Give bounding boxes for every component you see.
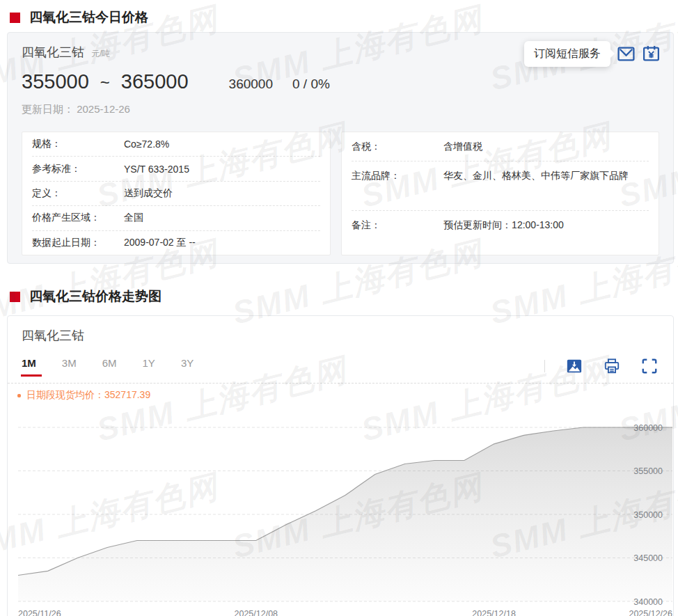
spec-value: Co≥72.8% [124, 139, 169, 150]
spec-label: 含税： [352, 141, 443, 153]
product-unit: 元/吨 [91, 48, 110, 60]
spec-label: 数据起止日期： [32, 237, 124, 249]
spec-value: YS/T 633-2015 [124, 164, 189, 175]
spec-tables: 规格：Co≥72.8%参考标准：YS/T 633-2015定义：送到成交价价格产… [22, 132, 659, 255]
red-square-bullet-icon [10, 13, 20, 23]
spec-row: 含税：含增值税 [352, 132, 649, 161]
y-axis-label: 345000 [633, 553, 663, 563]
x-axis-label: 2025/11/26 [18, 609, 61, 616]
tab-label: 1M [22, 357, 36, 369]
chart-toolbar [544, 356, 659, 376]
orange-dot-icon [17, 394, 21, 397]
tab-label: 3M [62, 357, 77, 369]
price-average: 360000 [229, 77, 273, 92]
price-trend-chart[interactable]: 3600003550003500003450003400002025/11/26… [8, 404, 675, 616]
spec-row: 备注：预估更新时间：12:00-13:00 [352, 211, 649, 255]
active-tab-underline [21, 374, 42, 377]
spec-row: 定义：送到成交价 [32, 182, 320, 206]
price-section-title: 四氧化三钴今日价格 [29, 8, 148, 26]
update-date-value: 2025-12-26 [77, 103, 130, 115]
update-date-row: 更新日期： 2025-12-26 [22, 103, 659, 116]
subscribe-sms-label: 订阅短信服务 [534, 47, 601, 59]
envelope-icon [617, 45, 636, 63]
range-tabs: 1M3M6M1Y3Y [22, 357, 219, 375]
tab-3M[interactable]: 3M [62, 357, 77, 375]
spec-label: 价格产生区域： [32, 212, 124, 224]
range-tabs-row: 1M3M6M1Y3Y [22, 355, 659, 377]
chart-title: 四氧化三钴 [22, 327, 659, 344]
tab-1M[interactable]: 1M [22, 357, 36, 375]
red-square-bullet-icon [10, 292, 20, 302]
page: SMM 上海有色网SMM 上海有色网SMM 上海有色网SMM 上海有色网SMM … [0, 0, 678, 616]
spec-label: 规格： [32, 138, 124, 150]
email-subscribe-button[interactable] [616, 45, 636, 64]
y-axis-label: 350000 [633, 510, 663, 520]
printer-icon [604, 358, 620, 374]
save-image-button[interactable] [565, 356, 584, 376]
spec-label: 主流品牌： [352, 170, 443, 182]
toolbar-divider [544, 360, 545, 372]
x-axis-label: 2025/12/26 [629, 609, 672, 616]
product-name: 四氧化三钴 [22, 44, 84, 61]
subscribe-area: 订阅短信服务 [524, 41, 661, 67]
average-price-row: 日期段现货均价：352717.39 [8, 383, 673, 402]
chart-section-title: 四氧化三钴价格走势图 [29, 287, 161, 306]
spec-table-right: 含税：含增值税主流品牌：华友、金川、格林美、中伟等厂家旗下品牌备注：预估更新时间… [341, 132, 659, 255]
spec-value: 全国 [124, 212, 143, 224]
tab-label: 3Y [181, 357, 194, 369]
average-price-label: 日期段现货均价： [26, 389, 104, 400]
price-high: 365000 [121, 70, 189, 93]
spec-value: 2009-07-02 至 -- [124, 237, 196, 249]
y-axis-label: 355000 [633, 466, 663, 476]
save-image-icon [566, 358, 583, 374]
y-axis-label: 340000 [633, 597, 663, 607]
chart-card: 四氧化三钴 1M3M6M1Y3Y [7, 315, 674, 616]
price-subscribe-button[interactable] [641, 45, 661, 64]
tab-6M[interactable]: 6M [102, 357, 117, 375]
tab-label: 6M [102, 357, 117, 369]
price-row: 355000 ~ 365000 360000 0 / 0% [22, 70, 659, 93]
spec-value: 含增值税 [443, 141, 482, 153]
price-range-separator: ~ [100, 73, 110, 93]
update-date-label: 更新日期： [22, 103, 74, 115]
tab-label: 1Y [143, 357, 155, 369]
price-low: 355000 [22, 70, 89, 93]
spec-row: 主流品牌：华友、金川、格林美、中伟等厂家旗下品牌 [352, 161, 649, 211]
average-price-value: 352717.39 [104, 389, 150, 400]
x-axis-label: 2025/12/18 [472, 609, 516, 616]
spec-row: 价格产生区域：全国 [32, 206, 320, 230]
spec-table-left: 规格：Co≥72.8%参考标准：YS/T 633-2015定义：送到成交价价格产… [22, 132, 331, 255]
price-change: 0 / 0% [292, 77, 330, 92]
tab-1Y[interactable]: 1Y [143, 357, 155, 375]
spec-value: 预估更新时间：12:00-13:00 [443, 219, 564, 232]
tab-3Y[interactable]: 3Y [181, 357, 194, 375]
price-section-header: 四氧化三钴今日价格 [0, 0, 678, 32]
spec-row: 数据起止日期：2009-07-02 至 -- [32, 231, 320, 255]
tooltip-arrow [605, 49, 615, 58]
print-button[interactable] [602, 356, 622, 376]
fullscreen-icon [641, 358, 658, 374]
spec-row: 规格：Co≥72.8% [32, 132, 320, 157]
y-axis-label: 360000 [633, 423, 663, 433]
chart-section-header: 四氧化三钴价格走势图 [0, 279, 678, 311]
fullscreen-button[interactable] [640, 356, 659, 376]
spec-label: 参考标准： [32, 163, 124, 175]
price-card: 四氧化三钴 元/吨 订阅短信服务 [7, 32, 674, 264]
yen-calendar-icon [642, 45, 661, 63]
average-price-text: 日期段现货均价：352717.39 [26, 389, 150, 402]
spec-value: 送到成交价 [124, 187, 173, 200]
x-axis-label: 2025/12/08 [235, 609, 278, 616]
spec-row: 参考标准：YS/T 633-2015 [32, 157, 320, 181]
spec-label: 定义： [32, 187, 124, 200]
subscribe-sms-tooltip[interactable]: 订阅短信服务 [524, 41, 610, 67]
spec-value: 华友、金川、格林美、中伟等厂家旗下品牌 [443, 170, 629, 182]
spec-label: 备注： [352, 219, 443, 232]
